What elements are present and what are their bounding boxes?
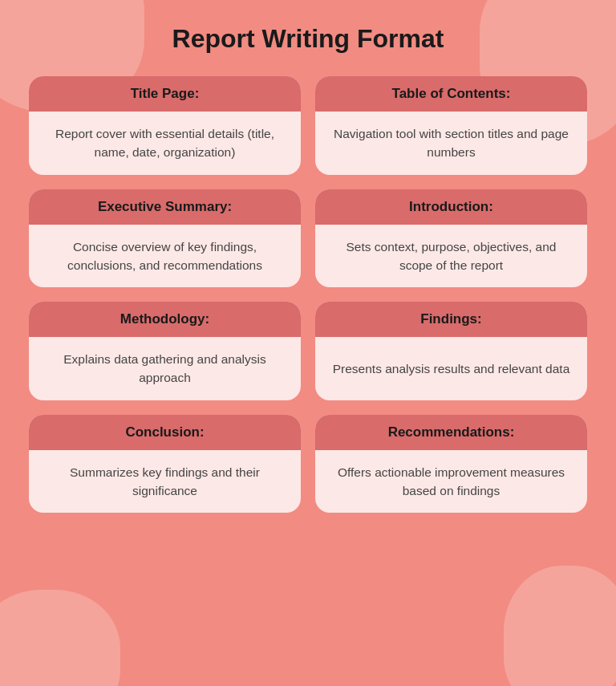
card-body-text-executive-summary: Concise overview of key findings, conclu… (45, 237, 285, 275)
card-introduction: Introduction:Sets context, purpose, obje… (315, 189, 587, 288)
card-header-text-title-page: Title Page: (131, 86, 200, 101)
card-header-text-table-of-contents: Table of Contents: (392, 86, 511, 101)
card-header-text-recommendations: Recommendations: (388, 424, 515, 440)
card-body-text-recommendations: Offers actionable improvement measures b… (331, 463, 571, 501)
card-header-table-of-contents: Table of Contents: (315, 76, 587, 112)
card-body-text-title-page: Report cover with essential details (tit… (45, 124, 285, 162)
card-header-findings: Findings: (315, 302, 587, 337)
card-body-text-introduction: Sets context, purpose, objectives, and s… (331, 237, 571, 275)
card-findings: Findings:Presents analysis results and r… (315, 302, 587, 400)
cards-grid: Title Page:Report cover with essential d… (29, 76, 587, 513)
card-header-text-introduction: Introduction: (409, 199, 493, 214)
card-header-recommendations: Recommendations: (315, 415, 587, 450)
card-header-text-conclusion: Conclusion: (125, 424, 204, 440)
card-body-findings: Presents analysis results and relevant d… (315, 337, 587, 400)
card-header-text-methodology: Methodology: (120, 311, 209, 327)
card-table-of-contents: Table of Contents:Navigation tool with s… (315, 76, 587, 175)
card-body-recommendations: Offers actionable improvement measures b… (315, 450, 587, 513)
card-body-text-conclusion: Summarizes key findings and their signif… (45, 463, 285, 501)
card-header-executive-summary: Executive Summary: (29, 189, 301, 225)
page-container: Report Writing Format Title Page:Report … (0, 0, 616, 686)
card-conclusion: Conclusion:Summarizes key findings and t… (29, 415, 301, 513)
card-executive-summary: Executive Summary:Concise overview of ke… (29, 189, 301, 288)
card-body-executive-summary: Concise overview of key findings, conclu… (29, 225, 301, 288)
card-title-page: Title Page:Report cover with essential d… (29, 76, 301, 175)
card-header-title-page: Title Page: (29, 76, 301, 112)
page-title: Report Writing Format (172, 24, 444, 54)
card-header-text-executive-summary: Executive Summary: (98, 199, 232, 214)
card-body-text-findings: Presents analysis results and relevant d… (333, 359, 570, 378)
card-body-text-methodology: Explains data gathering and analysis app… (45, 350, 285, 388)
card-body-text-table-of-contents: Navigation tool with section titles and … (331, 124, 571, 162)
card-header-conclusion: Conclusion: (29, 415, 301, 450)
card-recommendations: Recommendations:Offers actionable improv… (315, 415, 587, 513)
card-body-table-of-contents: Navigation tool with section titles and … (315, 112, 587, 175)
card-body-introduction: Sets context, purpose, objectives, and s… (315, 225, 587, 288)
card-header-text-findings: Findings: (420, 311, 481, 327)
card-header-methodology: Methodology: (29, 302, 301, 337)
card-header-introduction: Introduction: (315, 189, 587, 225)
card-methodology: Methodology:Explains data gathering and … (29, 302, 301, 400)
card-body-title-page: Report cover with essential details (tit… (29, 112, 301, 175)
card-body-conclusion: Summarizes key findings and their signif… (29, 450, 301, 513)
card-body-methodology: Explains data gathering and analysis app… (29, 337, 301, 400)
